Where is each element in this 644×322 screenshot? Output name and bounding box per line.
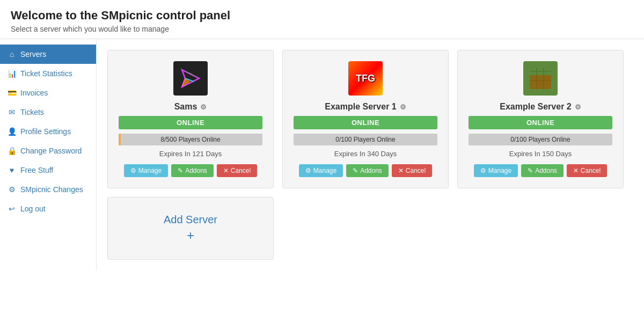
lock-icon: 🔒: [8, 147, 16, 155]
server-name-sams: Sams ⚙: [174, 102, 207, 112]
cancel-btn-icon: ✕: [223, 167, 229, 174]
server-settings-icon-example1[interactable]: ⚙: [400, 103, 406, 111]
sidebar-item-invoices[interactable]: 💳 Invoices: [0, 83, 96, 103]
status-badge-example2: ONLINE: [469, 116, 612, 129]
main-content: Sams ⚙ ONLINE 8/500 Players Online Expir…: [97, 39, 644, 270]
sidebar-item-profile-settings[interactable]: 👤 Profile Settings: [0, 122, 96, 141]
players-bar-example1: 0/100 Players Online: [294, 134, 437, 145]
expires-sams: Expires In 121 Days: [159, 150, 222, 158]
sidebar-item-smpicnic-changes[interactable]: ⚙ SMpicnic Changes: [0, 180, 96, 199]
main-layout: ⌂ Servers 📊 Ticket Statistics 💳 Invoices…: [0, 39, 644, 270]
server-icon-example1: TFG: [348, 61, 383, 96]
addons-button-example1[interactable]: ✎ Addons: [346, 164, 389, 177]
gear-btn-icon: ⚙: [130, 167, 136, 174]
page-subtitle: Select a server which you would like to …: [11, 25, 633, 33]
addons-btn-icon: ✎: [178, 167, 183, 174]
cancel-button-example2[interactable]: ✕ Cancel: [567, 164, 607, 177]
players-label-example2: 0/100 Players Online: [469, 134, 612, 145]
card-actions-example2: ⚙ Manage ✎ Addons ✕ Cancel: [474, 164, 607, 177]
sidebar-item-log-out[interactable]: ↩ Log out: [0, 199, 96, 218]
heart-icon: ♥: [8, 166, 16, 174]
players-label-sams: 8/500 Players Online: [119, 134, 262, 145]
addons-btn-icon3: ✎: [528, 167, 533, 174]
status-badge-example1: ONLINE: [294, 116, 437, 129]
sidebar-item-ticket-statistics[interactable]: 📊 Ticket Statistics: [0, 64, 96, 83]
manage-button-sams[interactable]: ⚙ Manage: [124, 164, 168, 177]
page-title: Welcome to the SMpicnic control panel: [11, 9, 633, 23]
server-name-example1: Example Server 1 ⚙: [325, 102, 406, 112]
server-card-sams: Sams ⚙ ONLINE 8/500 Players Online Expir…: [107, 50, 274, 188]
players-bar-sams: 8/500 Players Online: [119, 134, 262, 145]
status-badge-sams: ONLINE: [119, 116, 262, 129]
gear-btn-icon2: ⚙: [305, 167, 311, 174]
invoice-icon: 💳: [8, 89, 16, 97]
server-name-example2: Example Server 2 ⚙: [500, 102, 581, 112]
servers-grid: Sams ⚙ ONLINE 8/500 Players Online Expir…: [107, 50, 633, 260]
logout-icon: ↩: [8, 204, 16, 213]
server-card-example1: TFG Example Server 1 ⚙ ONLINE 0/100 Play…: [282, 50, 449, 188]
server-settings-icon-example2[interactable]: ⚙: [575, 103, 581, 111]
add-server-plus-icon: +: [187, 228, 194, 243]
page-header: Welcome to the SMpicnic control panel Se…: [0, 0, 644, 39]
players-label-example1: 0/100 Players Online: [294, 134, 437, 145]
sidebar-item-tickets[interactable]: ✉ Tickets: [0, 103, 96, 122]
chart-icon: 📊: [8, 69, 16, 78]
manage-button-example1[interactable]: ⚙ Manage: [299, 164, 343, 177]
sidebar-item-change-password[interactable]: 🔒 Change Password: [0, 141, 96, 160]
server-icon-example2: [523, 61, 558, 96]
gear-btn-icon3: ⚙: [480, 167, 486, 174]
cancel-button-example1[interactable]: ✕ Cancel: [392, 164, 432, 177]
add-server-label: Add Server: [164, 214, 217, 226]
sidebar-item-free-stuff[interactable]: ♥ Free Stuff: [0, 160, 96, 180]
server-icon-sams: [173, 61, 208, 96]
add-server-card[interactable]: Add Server +: [107, 197, 274, 260]
addons-btn-icon2: ✎: [353, 167, 358, 174]
tickets-icon: ✉: [8, 108, 16, 116]
cancel-btn-icon3: ✕: [573, 167, 579, 174]
server-card-example2: Example Server 2 ⚙ ONLINE 0/100 Players …: [457, 50, 624, 188]
sidebar-item-servers[interactable]: ⌂ Servers: [0, 45, 96, 64]
manage-button-example2[interactable]: ⚙ Manage: [474, 164, 518, 177]
server-settings-icon-sams[interactable]: ⚙: [200, 103, 207, 111]
card-actions-sams: ⚙ Manage ✎ Addons ✕ Cancel: [124, 164, 257, 177]
cancel-btn-icon2: ✕: [398, 167, 404, 174]
sidebar: ⌂ Servers 📊 Ticket Statistics 💳 Invoices…: [0, 39, 97, 270]
card-actions-example1: ⚙ Manage ✎ Addons ✕ Cancel: [299, 164, 432, 177]
cancel-button-sams[interactable]: ✕ Cancel: [217, 164, 257, 177]
players-bar-example2: 0/100 Players Online: [469, 134, 612, 145]
addons-button-sams[interactable]: ✎ Addons: [171, 164, 214, 177]
expires-example1: Expires In 340 Days: [334, 150, 397, 158]
addons-button-example2[interactable]: ✎ Addons: [521, 164, 564, 177]
gear-icon: ⚙: [8, 185, 16, 194]
expires-example2: Expires In 150 Days: [509, 150, 572, 158]
home-icon: ⌂: [8, 50, 16, 58]
user-icon: 👤: [8, 127, 16, 136]
